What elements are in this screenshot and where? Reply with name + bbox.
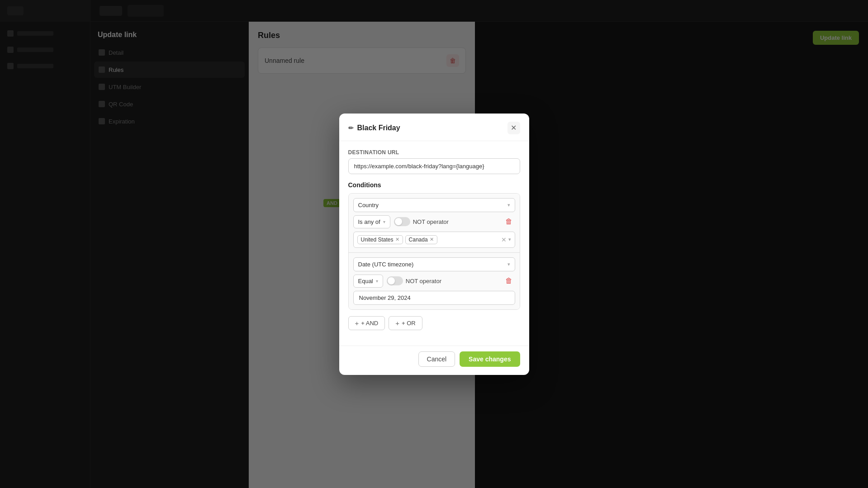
- toggle-knob-1: [395, 218, 402, 225]
- destination-url-input[interactable]: [348, 158, 520, 174]
- save-button[interactable]: Save changes: [460, 351, 520, 367]
- date-value: November 29, 2024: [359, 294, 411, 301]
- tag-us-close[interactable]: ✕: [395, 237, 399, 242]
- condition-type-row-1: Country ▾: [353, 198, 515, 212]
- not-toggle-wrapper-2: NOT operator: [387, 276, 499, 285]
- operator-chevron-1: ▾: [383, 219, 385, 224]
- condition-type-chevron-1: ▾: [508, 202, 510, 208]
- tag-canada-close[interactable]: ✕: [430, 237, 434, 242]
- add-or-plus-icon: +: [395, 320, 399, 327]
- operator-chevron-2: ▾: [376, 279, 378, 284]
- condition-group-1: Country ▾ Is any of ▾ NOT operator: [349, 194, 520, 252]
- condition-type-select-1[interactable]: Country ▾: [353, 198, 515, 212]
- condition-group-2: Date (UTC timezone) ▾ Equal ▾ NOT oper: [349, 252, 520, 309]
- operator-row-1: Is any of ▾ NOT operator 🗑: [353, 215, 515, 228]
- edit-icon: ✏: [348, 124, 354, 132]
- modal-close-button[interactable]: ✕: [508, 122, 520, 134]
- add-condition-row: + + AND + + OR: [348, 316, 520, 330]
- conditions-title: Conditions: [348, 181, 520, 189]
- condition-type-label-1: Country: [358, 202, 379, 208]
- modal-title-text: Black Friday: [357, 124, 400, 132]
- not-toggle-2[interactable]: [387, 276, 403, 285]
- condition-type-label-2: Date (UTC timezone): [358, 261, 414, 268]
- cancel-button[interactable]: Cancel: [418, 351, 455, 367]
- not-toggle-wrapper-1: NOT operator: [394, 217, 499, 226]
- toggle-knob-2: [388, 277, 395, 284]
- tags-chevron-1: ▾: [508, 237, 511, 242]
- modal-title: ✏ Black Friday: [348, 124, 400, 132]
- add-and-button[interactable]: + + AND: [348, 316, 385, 330]
- tag-us: United States ✕: [357, 235, 403, 244]
- add-and-label: + AND: [361, 320, 378, 327]
- modal-footer: Cancel Save changes: [339, 346, 529, 375]
- operator-select-1[interactable]: Is any of ▾: [353, 215, 390, 228]
- not-label-1: NOT operator: [413, 218, 449, 225]
- tag-canada: Canada ✕: [405, 235, 437, 244]
- condition-delete-button-1[interactable]: 🗑: [503, 215, 515, 228]
- operator-select-2[interactable]: Equal ▾: [353, 275, 383, 288]
- add-and-plus-icon: +: [355, 320, 359, 327]
- add-or-button[interactable]: + + OR: [389, 316, 422, 330]
- clear-icon: ✕: [501, 236, 507, 243]
- conditions-box: Country ▾ Is any of ▾ NOT operator: [348, 193, 520, 310]
- condition-type-select-2[interactable]: Date (UTC timezone) ▾: [353, 257, 515, 271]
- destination-url-label: Destination URL: [348, 149, 520, 156]
- add-or-label: + OR: [402, 320, 416, 327]
- date-input[interactable]: November 29, 2024: [353, 291, 515, 305]
- tags-row-1[interactable]: United States ✕ Canada ✕ ✕ ▾: [353, 232, 515, 248]
- condition-type-row-2: Date (UTC timezone) ▾: [353, 257, 515, 271]
- operator-label-1: Is any of: [358, 218, 380, 225]
- not-toggle-1[interactable]: [394, 217, 410, 226]
- tag-canada-label: Canada: [409, 237, 428, 243]
- operator-row-2: Equal ▾ NOT operator 🗑: [353, 275, 515, 288]
- condition-type-chevron-2: ▾: [508, 261, 510, 267]
- modal: ✏ Black Friday ✕ Destination URL Conditi…: [339, 114, 529, 375]
- modal-header: ✏ Black Friday ✕: [339, 114, 529, 141]
- tag-us-label: United States: [361, 237, 394, 243]
- condition-delete-button-2[interactable]: 🗑: [503, 275, 515, 287]
- modal-body: Destination URL Conditions Country ▾ Is …: [339, 141, 529, 346]
- operator-label-2: Equal: [358, 278, 373, 284]
- not-label-2: NOT operator: [406, 278, 441, 284]
- tags-clear-1[interactable]: ✕ ▾: [501, 236, 511, 243]
